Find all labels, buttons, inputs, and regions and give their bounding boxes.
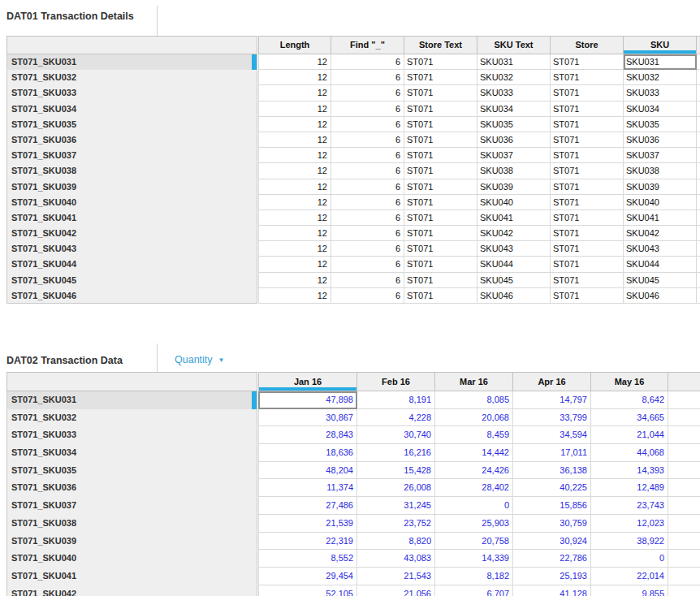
grid-cell[interactable]: SKU040 (624, 195, 697, 210)
grid-cell[interactable]: 6 (331, 195, 404, 210)
grid-cell[interactable]: SKU043 (624, 241, 697, 257)
grid-cell[interactable]: SKU041 (477, 210, 551, 226)
grid-cell[interactable]: SKU037 (624, 148, 697, 163)
grid-cell[interactable]: 6 (331, 70, 404, 85)
grid-cell[interactable]: 6 (331, 117, 404, 132)
grid-cell[interactable]: 8,182 (435, 568, 513, 585)
grid-cell[interactable]: ST071 (404, 273, 477, 288)
grid-cell[interactable]: SKU044 (477, 257, 551, 272)
grid-cell[interactable]: 22,786 (513, 550, 591, 568)
grid-cell[interactable]: ST071 (404, 226, 477, 241)
grid-cell-partial[interactable] (668, 391, 700, 409)
row-label[interactable]: ST071_SKU032 (7, 409, 257, 427)
grid-cell[interactable]: ST071 (404, 241, 477, 257)
selected-cell[interactable]: SKU031 (624, 54, 697, 70)
grid-cell[interactable]: 12 (258, 54, 331, 70)
grid-cell[interactable]: 31,245 (357, 497, 435, 515)
grid-cell[interactable]: 0 (591, 550, 668, 568)
grid-cell[interactable]: 12 (258, 241, 331, 257)
grid-cell[interactable]: SKU036 (624, 132, 697, 148)
grid-cell[interactable]: 12 (258, 101, 331, 117)
grid-cell[interactable]: 0 (435, 497, 513, 515)
grid-cell-partial[interactable] (668, 497, 700, 515)
grid-cell[interactable]: ST071 (551, 273, 624, 288)
column-header[interactable]: SKU (624, 36, 697, 54)
grid-cell-partial[interactable] (697, 241, 700, 257)
grid-cell[interactable]: 14,442 (435, 444, 513, 462)
grid-cell-partial[interactable] (697, 273, 700, 288)
row-label[interactable]: ST071_SKU032 (7, 70, 257, 85)
grid-cell[interactable]: ST071 (404, 101, 477, 117)
grid-cell[interactable]: ST071 (404, 85, 477, 101)
grid-cell[interactable]: 12 (258, 163, 331, 179)
grid-cell[interactable]: 27,486 (258, 497, 357, 515)
grid-cell[interactable]: 12 (258, 210, 331, 226)
grid-cell[interactable]: 14,393 (591, 462, 668, 480)
grid-cell[interactable]: SKU038 (624, 163, 697, 179)
grid-cell[interactable]: 6 (331, 210, 404, 226)
grid-cell-partial[interactable] (668, 479, 700, 497)
grid-cell[interactable]: SKU033 (624, 85, 697, 101)
grid-cell[interactable]: SKU035 (477, 117, 551, 132)
grid-cell[interactable]: SKU032 (624, 70, 697, 85)
grid-cell[interactable]: 30,759 (513, 515, 591, 533)
column-header[interactable]: Length (258, 36, 331, 54)
grid-cell[interactable]: 8,191 (357, 391, 435, 409)
grid-cell[interactable]: ST071 (551, 148, 624, 163)
grid-cell[interactable]: SKU042 (477, 226, 551, 241)
grid-cell[interactable]: ST071 (551, 163, 624, 179)
grid-cell[interactable]: 22,319 (258, 533, 357, 551)
grid-cell[interactable]: 22,014 (591, 568, 668, 585)
grid-cell[interactable]: 14,339 (435, 550, 513, 568)
grid-cell[interactable]: 34,594 (513, 426, 591, 444)
column-header[interactable]: Jan 16 (258, 372, 357, 391)
grid-cell[interactable]: 44,068 (591, 444, 668, 462)
grid-cell[interactable]: 11,374 (258, 479, 357, 497)
grid-cell[interactable]: 30,867 (258, 409, 357, 427)
grid-cell[interactable]: 16,216 (357, 444, 435, 462)
grid-cell[interactable]: ST071 (404, 163, 477, 179)
grid-cell[interactable]: 25,903 (435, 515, 513, 533)
row-label[interactable]: ST071_SKU037 (7, 148, 257, 163)
grid-cell[interactable]: 14,797 (513, 391, 591, 409)
grid-cell-partial[interactable] (697, 101, 700, 117)
row-label[interactable]: ST071_SKU031 (7, 54, 257, 70)
grid-cell[interactable]: ST071 (551, 85, 624, 101)
grid-cell[interactable]: 4,228 (357, 409, 435, 427)
grid-cell[interactable]: SKU041 (624, 210, 697, 226)
grid-cell[interactable]: 6 (331, 101, 404, 117)
grid-cell[interactable]: 6,707 (435, 585, 513, 596)
grid-cell-partial[interactable] (668, 515, 700, 533)
grid-cell[interactable]: SKU044 (624, 257, 697, 272)
grid-cell[interactable]: 6 (331, 273, 404, 288)
grid-cell[interactable]: 12,023 (591, 515, 668, 533)
grid-cell[interactable]: 12 (258, 85, 331, 101)
grid-cell[interactable]: ST071 (551, 101, 624, 117)
grid-cell[interactable]: SKU043 (477, 241, 551, 257)
grid-cell[interactable]: ST071 (551, 117, 624, 132)
grid-cell[interactable]: 41,128 (513, 585, 591, 596)
grid-cell[interactable]: 6 (331, 54, 404, 70)
grid-cell[interactable]: SKU038 (477, 163, 551, 179)
row-label[interactable]: ST071_SKU035 (7, 462, 257, 480)
grid-cell-partial[interactable] (697, 179, 700, 195)
grid-cell[interactable]: 6 (331, 179, 404, 195)
grid-cell-partial[interactable] (697, 210, 700, 226)
grid-cell[interactable]: 34,665 (591, 409, 668, 427)
grid-cell[interactable]: ST071 (551, 226, 624, 241)
grid-cell[interactable]: SKU037 (477, 148, 551, 163)
grid-cell[interactable]: 8,085 (435, 391, 513, 409)
column-header[interactable]: Store (551, 36, 624, 54)
column-header[interactable]: SKU Text (477, 36, 551, 54)
row-label[interactable]: ST071_SKU034 (7, 101, 257, 117)
grid-cell[interactable]: 6 (331, 148, 404, 163)
row-label[interactable]: ST071_SKU034 (7, 444, 257, 462)
grid-cell-partial[interactable] (668, 426, 700, 444)
grid-cell[interactable]: SKU034 (477, 101, 551, 117)
grid-cell[interactable]: 21,044 (591, 426, 668, 444)
column-header[interactable]: Mar 16 (435, 372, 513, 391)
grid-cell[interactable]: ST071 (404, 117, 477, 132)
grid-cell[interactable]: 33,799 (513, 409, 591, 427)
grid-cell[interactable]: ST071 (404, 210, 477, 226)
grid-cell[interactable]: 6 (331, 226, 404, 241)
